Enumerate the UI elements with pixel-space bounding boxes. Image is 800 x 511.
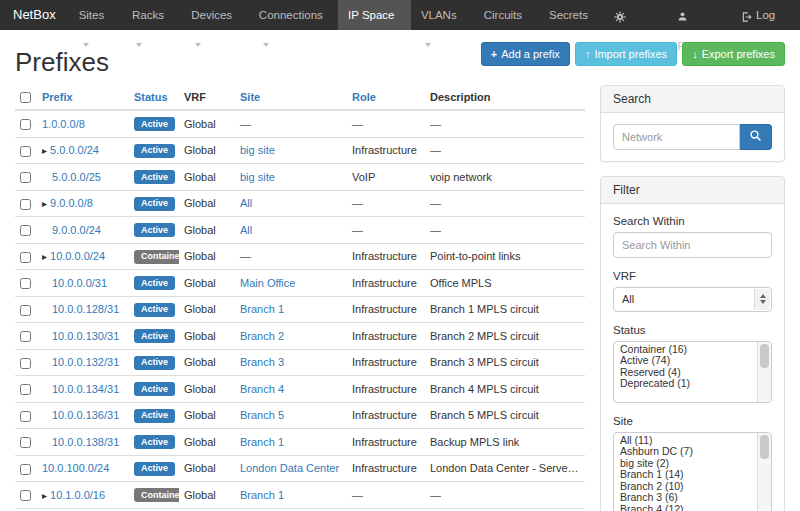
multiselect-option[interactable]: Branch 1 (14) xyxy=(616,469,755,481)
site-link[interactable]: Branch 4 xyxy=(240,383,284,395)
nav-admin-link[interactable]: Admin xyxy=(605,0,669,30)
site-link[interactable]: All xyxy=(240,224,252,236)
sort-column-site[interactable]: Site xyxy=(240,91,260,103)
prefix-link[interactable]: 10.0.0.0/24 xyxy=(50,250,105,262)
row-checkbox[interactable] xyxy=(20,331,31,342)
status-multiselect[interactable]: Container (16)Active (74)Reserved (4)Dep… xyxy=(613,341,772,403)
prefix-link[interactable]: 10.0.0.132/31 xyxy=(52,356,119,368)
prefix-link[interactable]: 9.0.0.0/24 xyxy=(52,224,101,236)
site-link[interactable]: Branch 2 xyxy=(240,330,284,342)
search-input[interactable] xyxy=(613,124,740,150)
vrf-select[interactable]: All xyxy=(613,287,772,312)
site-multiselect[interactable]: All (11)Ashburn DC (7)big site (2)Branch… xyxy=(613,432,772,511)
row-checkbox[interactable] xyxy=(20,305,31,316)
nav-item-secrets[interactable]: Secrets xyxy=(539,0,605,30)
row-checkbox[interactable] xyxy=(20,252,31,263)
prefix-link[interactable]: 10.0.0.128/31 xyxy=(52,303,119,315)
multiselect-option[interactable]: Active (74) xyxy=(616,355,755,367)
nav-item-sites[interactable]: Sites xyxy=(69,0,122,30)
nav-item-circuits[interactable]: Circuits xyxy=(474,0,539,30)
nav-item-ip-space[interactable]: IP Space xyxy=(338,0,411,30)
row-checkbox[interactable] xyxy=(20,278,31,289)
row-checkbox[interactable] xyxy=(20,225,31,236)
search-within-input[interactable] xyxy=(613,232,772,258)
row-checkbox[interactable] xyxy=(20,199,31,210)
prefix-link[interactable]: 10.0.0.134/31 xyxy=(52,383,119,395)
site-link[interactable]: Main Office xyxy=(240,277,295,289)
prefix-link[interactable]: 5.0.0.0/24 xyxy=(50,144,99,156)
scrollbar[interactable] xyxy=(757,433,771,511)
site-link[interactable]: Branch 1 xyxy=(240,303,284,315)
multiselect-option[interactable]: Deprecated (1) xyxy=(616,378,755,390)
prefix-link[interactable]: 10.0.0.0/31 xyxy=(52,277,107,289)
scrollbar-thumb[interactable] xyxy=(760,344,769,368)
expand-toggle-icon[interactable]: ▸ xyxy=(42,251,47,262)
multiselect-option[interactable]: Container (16) xyxy=(616,344,755,356)
prefix-link[interactable]: 1.0.0.0/8 xyxy=(42,118,85,130)
prefix-link[interactable]: 10.1.0.0/16 xyxy=(50,489,105,501)
import-prefixes-button[interactable]: ↑Import prefixes xyxy=(575,42,677,66)
expand-toggle-icon[interactable]: ▸ xyxy=(42,145,47,156)
add-a-prefix-button[interactable]: +Add a prefix xyxy=(481,42,570,66)
filter-panel-title: Filter xyxy=(601,177,784,204)
brand-link[interactable]: NetBox xyxy=(0,0,69,30)
row-checkbox[interactable] xyxy=(20,384,31,395)
row-checkbox[interactable] xyxy=(20,146,31,157)
prefix-link[interactable]: 10.0.0.138/31 xyxy=(52,436,119,448)
chevron-down-icon xyxy=(425,43,431,47)
select-all-checkbox[interactable] xyxy=(20,92,31,103)
row-checkbox[interactable] xyxy=(20,464,31,475)
multiselect-option[interactable]: All (11) xyxy=(616,435,755,447)
filter-label-status: Status xyxy=(613,324,772,336)
prefix-row: 10.0.0.138/31ActiveGlobalBranch 1Infrast… xyxy=(15,429,585,456)
row-checkbox[interactable] xyxy=(20,358,31,369)
vrf-value: Global xyxy=(184,489,216,501)
site-link[interactable]: Branch 1 xyxy=(240,436,284,448)
sort-column-status[interactable]: Status xyxy=(134,91,168,103)
site-link[interactable]: Branch 3 xyxy=(240,356,284,368)
nav-item-devices[interactable]: Devices xyxy=(181,0,249,30)
prefix-link[interactable]: 5.0.0.0/25 xyxy=(52,171,101,183)
nav-item-racks[interactable]: Racks xyxy=(122,0,181,30)
multiselect-option[interactable]: Branch 4 (12) xyxy=(616,504,755,511)
status-badge: Active xyxy=(134,117,175,131)
multiselect-option[interactable]: Branch 2 (10) xyxy=(616,481,755,493)
site-link[interactable]: big site xyxy=(240,171,275,183)
multiselect-option[interactable]: Reserved (4) xyxy=(616,367,755,379)
scrollbar[interactable] xyxy=(757,342,771,402)
scrollbar-thumb[interactable] xyxy=(760,435,769,459)
vrf-value: Global xyxy=(184,250,216,262)
expand-toggle-icon[interactable]: ▸ xyxy=(42,490,47,501)
prefix-link[interactable]: 9.0.0.0/8 xyxy=(50,197,93,209)
prefix-row: 10.0.0.134/31ActiveGlobalBranch 4Infrast… xyxy=(15,376,585,403)
search-button[interactable] xyxy=(740,124,772,150)
sort-column-role[interactable]: Role xyxy=(352,91,376,103)
nav-log-out-link[interactable]: Log out xyxy=(731,0,800,30)
row-checkbox[interactable] xyxy=(20,172,31,183)
prefix-link[interactable]: 10.0.0.136/31 xyxy=(52,409,119,421)
row-checkbox[interactable] xyxy=(20,119,31,130)
role-value: Infrastructure xyxy=(352,144,417,156)
site-link[interactable]: London Data Center xyxy=(240,462,339,474)
site-link[interactable]: Branch 5 xyxy=(240,409,284,421)
import-icon: ↑ xyxy=(585,48,595,60)
site-link[interactable]: Branch 1 xyxy=(240,489,284,501)
export-prefixes-button[interactable]: ↓Export prefixes xyxy=(682,42,785,66)
status-badge: Active xyxy=(134,462,175,476)
nav-item-connections[interactable]: Connections xyxy=(249,0,338,30)
site-link[interactable]: All xyxy=(240,197,252,209)
multiselect-option[interactable]: Ashburn DC (7) xyxy=(616,446,755,458)
multiselect-option[interactable]: big site (2) xyxy=(616,458,755,470)
expand-toggle-icon[interactable]: ▸ xyxy=(42,198,47,209)
prefix-link[interactable]: 10.0.100.0/24 xyxy=(42,462,109,474)
multiselect-option[interactable]: Branch 3 (6) xyxy=(616,492,755,504)
nav-item-vlans[interactable]: VLANs xyxy=(411,0,474,30)
row-checkbox[interactable] xyxy=(20,437,31,448)
sort-column-prefix[interactable]: Prefix xyxy=(42,91,73,103)
row-checkbox[interactable] xyxy=(20,490,31,501)
site-link[interactable]: big site xyxy=(240,144,275,156)
row-checkbox[interactable] xyxy=(20,411,31,422)
prefix-link[interactable]: 10.0.0.130/31 xyxy=(52,330,119,342)
nav-profile-link[interactable]: Profile xyxy=(668,0,731,30)
vrf-value: Global xyxy=(184,144,216,156)
